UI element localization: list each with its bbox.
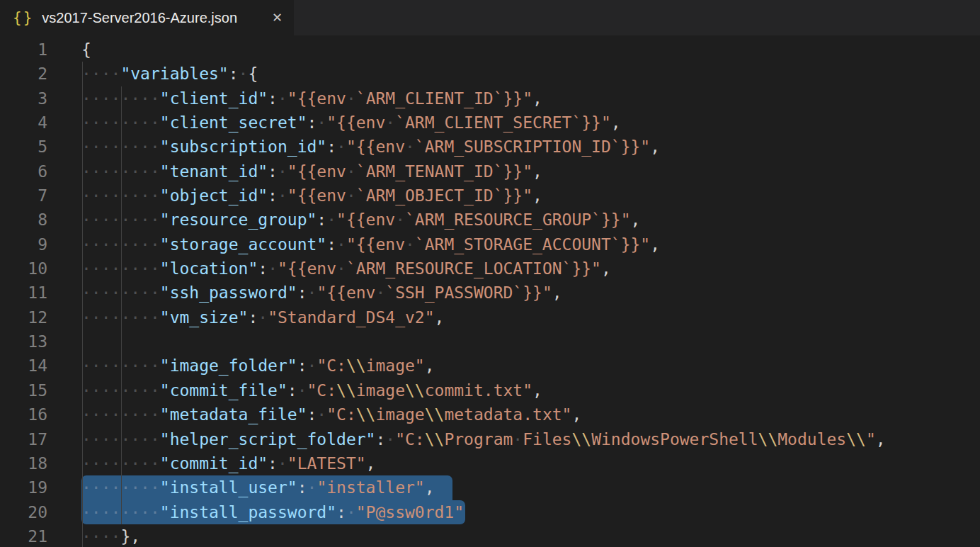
whitespace-dots: · — [307, 356, 317, 375]
code-line[interactable]: 18········"commit_id":·"LATEST", — [0, 451, 980, 475]
whitespace-dots: ········ — [81, 454, 160, 473]
code-token: , — [611, 113, 621, 132]
code-token: "{{env — [287, 162, 346, 181]
code-text: ····}, — [81, 527, 140, 546]
line-number[interactable]: 8 — [0, 208, 47, 232]
whitespace-dots: ········ — [81, 162, 160, 181]
code-line[interactable]: 12········"vm_size":·"Standard_DS4_v2", — [0, 305, 980, 329]
tab-vs2017-server2016-azure-json[interactable]: {} vs2017-Server2016-Azure.json ✕ — [0, 0, 294, 35]
code-token: `ARM_CLIENT_SECRET`}}" — [395, 113, 611, 132]
code-line[interactable]: 19········"install_user":·"installer", — [0, 475, 980, 500]
code-text: ········"ssh_password":·"{{env·`SSH_PASS… — [81, 283, 562, 302]
close-tab-icon[interactable]: ✕ — [272, 11, 283, 24]
line-number[interactable]: 18 — [0, 451, 47, 475]
code-lines: 1{2····"variables":·{3········"client_id… — [0, 35, 980, 547]
line-number[interactable]: 3 — [0, 86, 47, 111]
code-line[interactable]: 13 — [0, 329, 980, 354]
code-line[interactable]: 3········"client_id":·"{{env·`ARM_CLIENT… — [0, 86, 980, 111]
whitespace-dots: ········ — [81, 308, 160, 327]
whitespace-dots: · — [307, 478, 317, 497]
line-number[interactable]: 17 — [0, 427, 47, 451]
code-line[interactable]: 5········"subscription_id":·"{{env·`ARM_… — [0, 135, 980, 159]
code-line[interactable]: 4········"client_secret":·"{{env·`ARM_CL… — [0, 111, 980, 135]
code-token: "image_folder" — [160, 356, 297, 375]
code-token: "Standard_DS4_v2" — [268, 308, 434, 327]
line-number[interactable]: 16 — [0, 402, 47, 427]
code-line[interactable]: 20········"install_password":·"P@ssw0rd1… — [0, 500, 980, 524]
code-line[interactable]: 14········"image_folder":·"C:\\image", — [0, 354, 980, 378]
code-line[interactable]: 11········"ssh_password":·"{{env·`SSH_PA… — [0, 281, 980, 305]
whitespace-dots: · — [239, 64, 249, 83]
code-token: image — [356, 381, 405, 400]
code-token: commit.txt" — [425, 381, 532, 400]
code-token: : — [297, 478, 307, 497]
code-token: "tenant_id" — [160, 162, 268, 181]
code-line[interactable]: 17········"helper_script_folder":·"C:\\P… — [0, 427, 980, 451]
whitespace-dots: ········ — [81, 210, 160, 229]
line-number[interactable]: 5 — [0, 135, 47, 159]
code-line[interactable]: 9········"storage_account":·"{{env·`ARM_… — [0, 232, 980, 256]
code-text: ········"install_user":·"installer", — [81, 478, 435, 497]
whitespace-dots: ········ — [81, 137, 160, 156]
line-number[interactable]: 2 — [0, 62, 47, 86]
code-line[interactable]: 8········"resource_group":·"{{env·`ARM_R… — [0, 208, 980, 232]
code-line[interactable]: 7········"object_id":·"{{env·`ARM_OBJECT… — [0, 184, 980, 208]
code-text: ········"client_secret":·"{{env·`ARM_CLI… — [81, 113, 621, 132]
line-number[interactable]: 1 — [0, 38, 47, 62]
line-number[interactable]: 12 — [0, 305, 47, 329]
whitespace-dots: ········ — [81, 381, 160, 400]
code-token: "object_id" — [160, 186, 268, 205]
line-number[interactable]: 19 — [0, 475, 47, 500]
code-line[interactable]: 1{ — [0, 38, 980, 62]
code-token: , — [366, 454, 376, 473]
whitespace-dots: · — [307, 283, 317, 302]
line-number[interactable]: 14 — [0, 354, 47, 378]
whitespace-dots: · — [336, 235, 346, 254]
line-number[interactable]: 10 — [0, 256, 47, 281]
line-number[interactable]: 13 — [0, 329, 47, 354]
code-token: { — [248, 64, 258, 83]
whitespace-dots: · — [346, 89, 356, 108]
code-token: , — [532, 89, 542, 108]
editor[interactable]: 1{2····"variables":·{3········"client_id… — [0, 35, 980, 547]
code-line[interactable]: 10········"location":·"{{env·`ARM_RESOUR… — [0, 256, 980, 281]
code-line[interactable]: 21····}, — [0, 524, 980, 547]
tab-bar: {} vs2017-Server2016-Azure.json ✕ — [0, 0, 980, 35]
code-token: "{{env — [346, 137, 405, 156]
whitespace-dots: ········ — [81, 89, 160, 108]
line-number[interactable]: 9 — [0, 232, 47, 256]
code-token: image — [375, 405, 424, 424]
code-token: `ARM_RESOURCE_LOCATION`}}" — [346, 259, 601, 278]
code-token: `ARM_RESOURCE_GROUP`}}" — [405, 210, 631, 229]
line-number[interactable]: 11 — [0, 281, 47, 305]
line-number[interactable]: 6 — [0, 159, 47, 184]
code-token: "commit_file" — [160, 381, 287, 400]
code-token: , — [552, 283, 562, 302]
code-token: , — [425, 478, 435, 497]
code-token: "{{env — [317, 283, 375, 302]
whitespace-dots: · — [317, 113, 326, 132]
code-token: , — [601, 259, 611, 278]
code-token: : — [248, 308, 258, 327]
whitespace-dots: ········ — [81, 405, 160, 424]
code-line[interactable]: 16········"metadata_file":·"C:\\image\\m… — [0, 402, 980, 427]
whitespace-dots: ········ — [81, 113, 160, 132]
line-number[interactable]: 15 — [0, 378, 47, 402]
line-number[interactable]: 7 — [0, 184, 47, 208]
whitespace-dots: · — [278, 186, 287, 205]
code-token: : — [317, 210, 326, 229]
whitespace-dots: · — [336, 259, 346, 278]
line-number[interactable]: 4 — [0, 111, 47, 135]
code-token: \\ — [425, 430, 445, 449]
code-line[interactable]: 6········"tenant_id":·"{{env·`ARM_TENANT… — [0, 159, 980, 184]
code-line[interactable]: 2····"variables":·{ — [0, 62, 980, 86]
code-text: ········"commit_id":·"LATEST", — [81, 454, 375, 473]
code-token: : — [297, 283, 307, 302]
code-token: "LATEST" — [287, 454, 366, 473]
code-token: : — [258, 259, 268, 278]
whitespace-dots: ········ — [81, 430, 160, 449]
line-number[interactable]: 21 — [0, 524, 47, 547]
code-line[interactable]: 15········"commit_file":·"C:\\image\\com… — [0, 378, 980, 402]
line-number[interactable]: 20 — [0, 500, 47, 524]
code-token: : — [297, 356, 307, 375]
